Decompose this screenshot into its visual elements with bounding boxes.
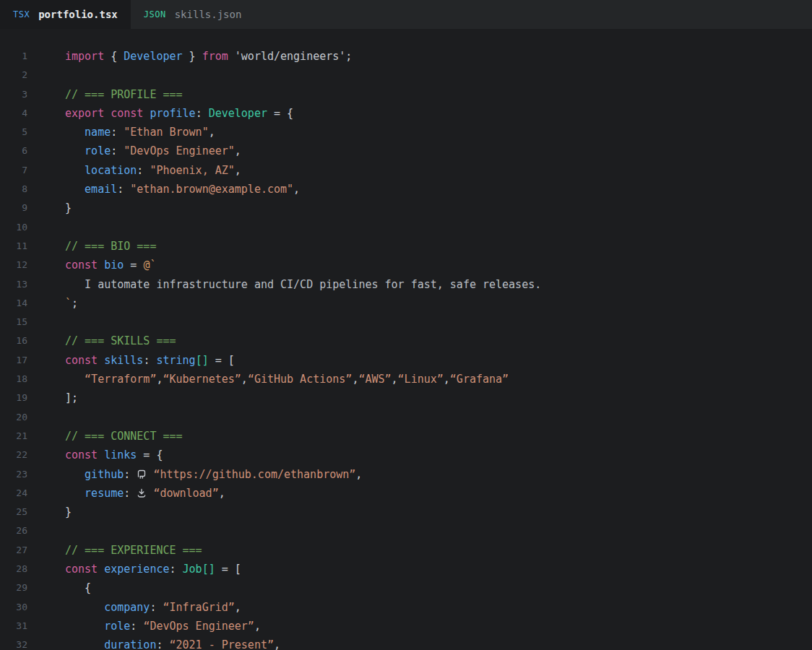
code-line[interactable]: 1import { Developer } from 'world/engine… — [0, 47, 812, 66]
code-line[interactable]: 25} — [0, 503, 812, 521]
code-text: const bio = @` — [27, 256, 156, 274]
code-line[interactable]: 32 duration: “2021 - Present”, — [0, 636, 812, 650]
code-text: role: “DevOps Engineer”, — [27, 617, 261, 636]
code-token: email — [85, 183, 117, 196]
code-token: , — [241, 373, 248, 386]
code-text: } — [27, 199, 72, 217]
line-number: 7 — [0, 161, 27, 180]
code-line[interactable]: 8 email: "ethan.brown@example.com", — [0, 180, 812, 199]
code-token: // === EXPERIENCE === — [65, 544, 202, 557]
line-number: 23 — [0, 465, 27, 484]
code-line[interactable]: 7 location: "Phoenix, AZ", — [0, 161, 812, 180]
code-line[interactable]: 12const bio = @` — [0, 256, 812, 274]
code-token: company — [104, 601, 150, 614]
code-line[interactable]: 23 github: “https://github.com/ethanbrow… — [0, 465, 812, 484]
tab-label: skills.json — [175, 9, 242, 20]
code-token: : — [111, 126, 124, 139]
code-line[interactable]: 20 — [0, 408, 812, 427]
file-type-badge-tsx: TSX — [13, 9, 30, 20]
code-text: const links = { — [27, 446, 163, 464]
line-number: 13 — [0, 275, 27, 294]
code-line[interactable]: 6 role: "DevOps Engineer", — [0, 142, 812, 160]
code-token: : — [150, 601, 163, 614]
code-token: , — [209, 126, 215, 139]
code-text: company: “InfraGrid”, — [27, 598, 241, 617]
download-icon — [137, 485, 147, 504]
code-line[interactable]: 29 { — [0, 578, 812, 597]
code-line[interactable]: 27// === EXPERIENCE === — [0, 541, 812, 560]
code-token: experience — [104, 563, 169, 576]
code-line[interactable]: 15 — [0, 313, 812, 332]
code-token: const — [65, 354, 98, 367]
code-token: profile — [150, 107, 195, 120]
code-line[interactable]: 9} — [0, 199, 812, 217]
code-token — [98, 354, 104, 367]
code-text: resume: “download”, — [27, 484, 225, 504]
code-text: // === PROFILE === — [27, 85, 183, 104]
code-token: name — [85, 126, 111, 139]
code-line[interactable]: 17const skills: string[] = [ — [0, 351, 812, 370]
code-editor[interactable]: 1import { Developer } from 'world/engine… — [0, 29, 812, 650]
line-number: 11 — [0, 237, 27, 256]
code-token — [65, 126, 85, 139]
line-number: 22 — [0, 446, 27, 464]
code-line[interactable]: 16// === SKILLS === — [0, 332, 812, 350]
code-line[interactable]: 4export const profile: Developer = { — [0, 104, 812, 123]
code-token: “AWS” — [358, 373, 391, 386]
code-line[interactable]: 2 — [0, 66, 812, 84]
code-line[interactable]: 19]; — [0, 389, 812, 407]
code-token: github — [85, 468, 124, 481]
code-line[interactable]: 5 name: "Ethan Brown", — [0, 123, 812, 142]
line-number: 17 — [0, 351, 27, 370]
code-token: // === PROFILE === — [65, 88, 183, 101]
code-token: : — [130, 620, 143, 633]
code-text: // === CONNECT === — [27, 427, 183, 446]
code-line[interactable]: 21// === CONNECT === — [0, 427, 812, 446]
tab-portfolio-tsx[interactable]: TSX portfolio.tsx — [0, 0, 131, 29]
code-token: , — [274, 638, 280, 650]
code-line[interactable]: 31 role: “DevOps Engineer”, — [0, 617, 812, 636]
code-text: // === EXPERIENCE === — [27, 541, 202, 560]
line-number: 12 — [0, 256, 27, 274]
code-line[interactable]: 30 company: “InfraGrid”, — [0, 598, 812, 617]
code-token: const — [65, 259, 98, 272]
code-line[interactable]: 10 — [0, 218, 812, 237]
tab-skills-json[interactable]: JSON skills.json — [131, 0, 255, 29]
code-token — [65, 601, 104, 614]
code-token: ; — [345, 50, 352, 63]
code-line[interactable]: 26 — [0, 521, 812, 540]
code-token: , — [392, 373, 398, 386]
code-text: export const profile: Developer = { — [27, 104, 293, 123]
code-line[interactable]: 22const links = { — [0, 446, 812, 464]
code-token: location — [85, 164, 137, 177]
code-text: I automate infrastructure and CI/CD pipe… — [27, 275, 541, 294]
code-token: import — [65, 50, 104, 63]
code-token: bio — [104, 259, 124, 272]
line-number: 21 — [0, 427, 27, 446]
code-line[interactable]: 28const experience: Job[] = [ — [0, 560, 812, 578]
code-line[interactable]: 24 resume: “download”, — [0, 484, 812, 503]
code-token: I automate infrastructure and CI/CD pipe… — [65, 278, 541, 291]
code-token: , — [235, 601, 241, 614]
code-line[interactable]: 11// === BIO === — [0, 237, 812, 256]
code-token: “GitHub Actions” — [248, 373, 353, 386]
code-line[interactable]: 13 I automate infrastructure and CI/CD p… — [0, 275, 812, 294]
code-token: = [ — [215, 563, 241, 576]
code-token: ]; — [65, 391, 78, 404]
code-token — [65, 144, 85, 157]
code-token: const — [111, 107, 143, 120]
code-token: “DevOps Engineer” — [143, 620, 254, 633]
code-token: from — [202, 50, 228, 63]
code-token: = — [124, 259, 143, 272]
code-token: “Terraform” — [85, 373, 156, 386]
tab-bar: TSX portfolio.tsx JSON skills.json — [0, 0, 812, 29]
code-token: “Grafana” — [450, 373, 509, 386]
code-token: resume — [85, 487, 124, 500]
code-text: { — [27, 578, 91, 597]
code-line[interactable]: 3// === PROFILE === — [0, 85, 812, 104]
code-token: } — [183, 50, 202, 63]
line-number: 9 — [0, 199, 27, 217]
code-line[interactable]: 14`; — [0, 294, 812, 313]
code-token — [65, 164, 85, 177]
code-line[interactable]: 18 “Terraform”,“Kubernetes”,“GitHub Acti… — [0, 370, 812, 389]
